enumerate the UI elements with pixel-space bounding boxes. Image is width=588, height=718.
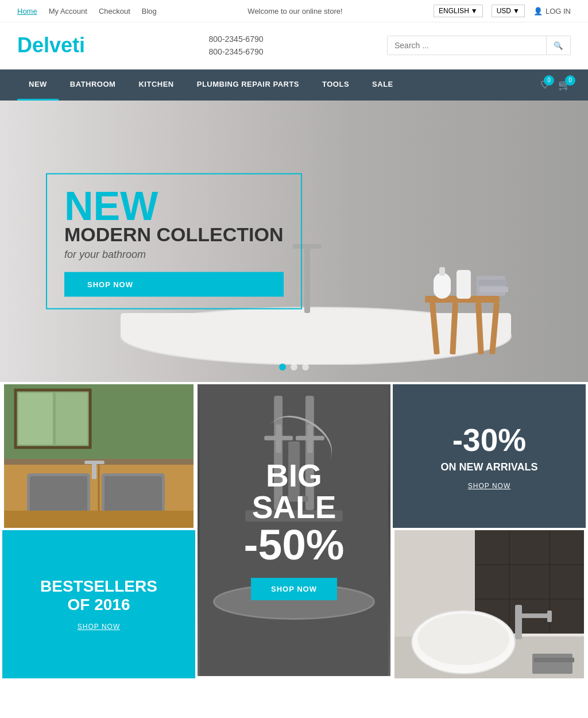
chevron-down-icon: ▼	[471, 7, 478, 15]
wishlist-count: 0	[544, 75, 554, 86]
kitchen-svg	[2, 384, 195, 528]
svg-rect-10	[439, 267, 445, 276]
wishlist-button[interactable]: ♡ 0	[540, 79, 550, 91]
svg-rect-56	[534, 658, 574, 662]
hero-slider: NEW MODERN COLLECTION for your bathroom …	[0, 101, 588, 382]
nav-icons: ♡ 0 🛒 0	[540, 79, 571, 91]
search-input[interactable]	[388, 36, 546, 55]
dark-pct-label: -30%	[452, 422, 526, 458]
hero-new-label: NEW	[64, 186, 284, 226]
sale-pct-label: -50%	[243, 523, 344, 566]
svg-rect-13	[478, 280, 507, 285]
slider-dots	[279, 364, 309, 370]
chevron-down-icon: ▼	[513, 7, 520, 15]
svg-rect-14	[479, 287, 508, 292]
svg-rect-52	[515, 605, 522, 639]
phone-1: 800-2345-6790	[209, 33, 264, 45]
svg-rect-18	[18, 393, 53, 445]
bestsellers-title: BESTSELLERS	[40, 577, 157, 596]
svg-point-51	[417, 613, 509, 665]
cart-count: 0	[565, 75, 575, 86]
logo[interactable]: Delveti	[17, 33, 85, 57]
svg-rect-36	[296, 435, 324, 440]
main-nav: NEW BATHROOM KITCHEN PLUMBING REPAIR PAR…	[0, 70, 588, 101]
cart-button[interactable]: 🛒 0	[558, 79, 571, 91]
slider-dot-1[interactable]	[279, 364, 286, 370]
search-icon: 🔍	[554, 41, 563, 50]
nav-item-bathroom[interactable]: BATHROOM	[59, 70, 127, 101]
svg-rect-19	[56, 393, 87, 445]
nav-checkout[interactable]: Checkout	[99, 7, 130, 16]
svg-rect-30	[99, 511, 194, 528]
dark-shop-now-button[interactable]: SHOP NOW	[468, 482, 510, 490]
dark-arrivals-label: ON NEW ARRIVALS	[441, 461, 538, 473]
welcome-text: Welcome to our online store!	[247, 7, 342, 16]
hero-collection-label: MODERN COLLECTION	[64, 223, 284, 245]
currency-selector[interactable]: USD ▼	[492, 5, 525, 17]
svg-rect-54	[547, 611, 552, 622]
svg-rect-37	[307, 424, 313, 453]
hero-content: NEW MODERN COLLECTION for your bathroom …	[46, 173, 302, 309]
hero-shop-now-button[interactable]: SHOP NOW	[64, 272, 284, 296]
logo-text: elveti	[32, 33, 85, 57]
login-button[interactable]: 👤 LOG IN	[533, 7, 571, 16]
nav-items: NEW BATHROOM KITCHEN PLUMBING REPAIR PAR…	[17, 70, 405, 101]
svg-rect-12	[477, 276, 505, 296]
sale-sale-label: SALE	[252, 492, 336, 523]
hero-frame: NEW MODERN COLLECTION for your bathroom …	[46, 173, 302, 309]
header: Delveti 800-2345-6790 800-2345-6790 🔍	[0, 22, 588, 70]
svg-rect-34	[264, 435, 293, 440]
sale-text-overlay: BIG SALE -50% SHOP NOW	[198, 384, 390, 676]
nav-blog[interactable]: Blog	[142, 7, 157, 16]
nav-item-new[interactable]: NEW	[17, 70, 59, 101]
promo-bestsellers[interactable]: BESTSELLERS OF 2016 SHOP NOW	[2, 530, 195, 678]
contact-info: 800-2345-6790 800-2345-6790	[209, 33, 264, 59]
language-selector[interactable]: ENGLISH ▼	[434, 5, 483, 17]
bestsellers-year: OF 2016	[68, 596, 130, 614]
phone-2: 800-2345-6790	[209, 45, 264, 58]
svg-rect-29	[4, 511, 99, 528]
promo-grid: BIG SALE -50% SHOP NOW -30% ON NEW ARRIV…	[0, 382, 588, 681]
promo-dark-discount[interactable]: -30% ON NEW ARRIVALS SHOP NOW	[393, 384, 586, 528]
sale-background: BIG SALE -50% SHOP NOW	[198, 384, 390, 676]
hero-tagline: for your bathroom	[64, 248, 284, 260]
bestsellers-shop-now-button[interactable]: SHOP NOW	[78, 623, 120, 631]
svg-rect-2	[304, 244, 310, 313]
nav-my-account[interactable]: My Account	[49, 7, 87, 16]
user-icon: 👤	[533, 7, 543, 16]
svg-rect-9	[434, 273, 451, 299]
svg-rect-26	[92, 462, 96, 479]
promo-sink-image[interactable]	[393, 530, 586, 678]
nav-item-plumbing[interactable]: PLUMBING REPAIR PARTS	[185, 70, 311, 101]
logo-letter: D	[17, 33, 32, 57]
svg-rect-55	[532, 654, 572, 674]
svg-rect-27	[84, 461, 105, 464]
promo-big-sale[interactable]: BIG SALE -50% SHOP NOW	[198, 384, 390, 678]
nav-item-tools[interactable]: TOOLS	[311, 70, 361, 101]
slider-dot-3[interactable]	[302, 364, 309, 370]
nav-item-kitchen[interactable]: KITCHEN	[127, 70, 185, 101]
top-bar: Home My Account Checkout Blog Welcome to…	[0, 0, 588, 22]
svg-rect-24	[30, 476, 87, 514]
svg-rect-25	[105, 476, 162, 514]
svg-rect-35	[276, 424, 281, 453]
promo-kitchen-image[interactable]	[2, 384, 195, 528]
nav-home[interactable]: Home	[17, 7, 37, 16]
svg-rect-53	[521, 613, 550, 618]
sale-big-label: BIG	[266, 460, 322, 492]
top-bar-right: ENGLISH ▼ USD ▼ 👤 LOG IN	[434, 5, 571, 17]
svg-rect-11	[457, 270, 471, 299]
nav-item-sale[interactable]: SALE	[361, 70, 405, 101]
sale-shop-now-button[interactable]: SHOP NOW	[251, 578, 337, 600]
slider-dot-2[interactable]	[291, 364, 297, 370]
search-bar: 🔍	[387, 36, 571, 55]
sink-svg	[393, 530, 586, 678]
search-button[interactable]: 🔍	[546, 36, 570, 55]
top-nav: Home My Account Checkout Blog	[17, 7, 157, 16]
